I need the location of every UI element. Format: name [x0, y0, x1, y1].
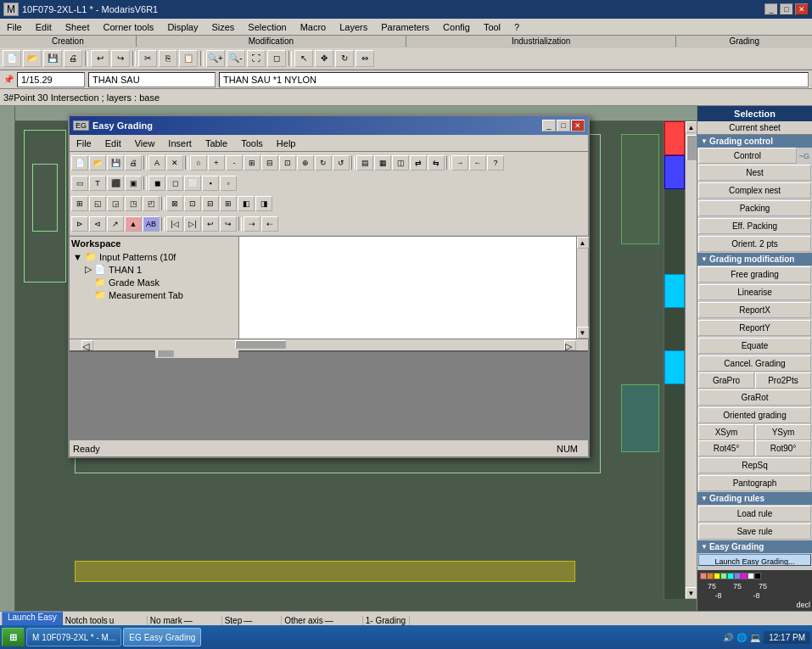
- vscroll-bar[interactable]: ▲ ▼: [685, 121, 697, 599]
- tree-item-grade[interactable]: ▷ 📁 Grade Mask: [85, 276, 237, 288]
- pro2pts-btn[interactable]: Pro2Pts: [755, 372, 811, 389]
- swatch-8[interactable]: [748, 573, 754, 579]
- tool-btn-new[interactable]: 📄: [3, 50, 21, 67]
- tool-btn-zoom-sel[interactable]: ◻: [267, 50, 286, 67]
- grarot-btn[interactable]: GraRot: [698, 389, 811, 406]
- d-btn-r2[interactable]: T: [89, 176, 106, 191]
- d-btn-help[interactable]: ?: [487, 155, 504, 171]
- menu-corner-tools[interactable]: Corner tools: [96, 20, 160, 34]
- dialog-menu-table[interactable]: Table: [199, 137, 234, 150]
- hscroll-thumb[interactable]: [235, 340, 286, 349]
- dialog-scroll-down[interactable]: ▼: [577, 327, 589, 338]
- nest-btn[interactable]: Nest: [698, 165, 811, 181]
- d-btn-open[interactable]: 📂: [89, 155, 106, 171]
- menu-file[interactable]: File: [0, 20, 29, 34]
- d-btn-print[interactable]: 🖨: [125, 155, 142, 171]
- d-btn-t2[interactable]: ✕: [166, 155, 183, 171]
- d-btn-i1[interactable]: ⊳: [71, 216, 88, 232]
- d-btn-j2[interactable]: ▷|: [184, 216, 201, 232]
- menu-parameters[interactable]: Parameters: [374, 20, 436, 34]
- dialog-menu-file[interactable]: File: [70, 137, 98, 150]
- tool-btn-undo[interactable]: ↩: [91, 50, 109, 67]
- d-btn-i3[interactable]: ↗: [107, 216, 124, 232]
- tool-btn-cut[interactable]: ✂: [138, 50, 157, 67]
- d-btn-z5[interactable]: ⊡: [279, 155, 296, 171]
- complex-nest-btn[interactable]: Complex nest: [698, 182, 811, 199]
- grading-control-section[interactable]: Grading control: [697, 135, 812, 148]
- menu-selection[interactable]: Selection: [241, 20, 293, 34]
- d-btn-n2[interactable]: ←: [469, 155, 486, 171]
- tool-btn-copy[interactable]: ⎘: [159, 50, 177, 67]
- tree-root[interactable]: ▼ 📁 Input Patterns (10f: [73, 250, 237, 263]
- swatch-7[interactable]: [741, 573, 748, 579]
- reportx-btn[interactable]: ReportX: [698, 302, 811, 318]
- d-btn-z4[interactable]: ⊟: [261, 155, 278, 171]
- d-btn-t1[interactable]: A: [148, 155, 165, 171]
- easy-grading-section[interactable]: Easy Grading: [697, 540, 812, 553]
- tool-btn-open[interactable]: 📂: [23, 50, 42, 67]
- d-btn-z8[interactable]: ↺: [333, 155, 350, 171]
- d-btn-m1[interactable]: ▤: [356, 155, 373, 171]
- launch-easy-grading-btn[interactable]: Launch Easy Grading...: [698, 554, 811, 566]
- orient-2pts-btn[interactable]: Orient. 2 pts: [698, 236, 811, 252]
- pantograph-btn[interactable]: Pantograph: [698, 475, 811, 491]
- d-btn-j1[interactable]: |◁: [166, 216, 183, 232]
- dialog-minimize-btn[interactable]: _: [542, 120, 556, 131]
- d-btn-circle[interactable]: ○: [190, 155, 207, 171]
- menu-sizes[interactable]: Sizes: [204, 20, 241, 34]
- d-btn-h5[interactable]: ◧: [238, 196, 255, 211]
- d-btn-s4[interactable]: ▪: [202, 176, 219, 191]
- tool-btn-select[interactable]: ↖: [294, 50, 313, 67]
- dialog-menu-help[interactable]: Help: [270, 137, 303, 150]
- hscroll-left-btn[interactable]: ◁: [81, 340, 93, 350]
- d-btn-m5[interactable]: ⇆: [428, 155, 445, 171]
- tree-item-than[interactable]: ▷ 📄 THAN 1: [85, 263, 237, 276]
- d-btn-n1[interactable]: →: [451, 155, 468, 171]
- d-btn-j4[interactable]: ↪: [220, 216, 237, 232]
- d-btn-k1[interactable]: ⇢: [244, 216, 260, 232]
- tool-btn-rotate[interactable]: ↻: [335, 50, 354, 67]
- d-btn-g4[interactable]: ◳: [125, 196, 142, 211]
- d-btn-zoom-in[interactable]: +: [208, 155, 225, 171]
- dialog-menu-insert[interactable]: Insert: [161, 137, 199, 150]
- swatch-4[interactable]: [720, 573, 727, 579]
- d-btn-h6[interactable]: ◨: [255, 196, 272, 211]
- swatch-1[interactable]: [700, 573, 707, 579]
- dialog-hscroll[interactable]: ◁ ▷: [70, 338, 588, 350]
- d-btn-r3[interactable]: ⬛: [107, 176, 124, 191]
- tool-btn-print[interactable]: 🖨: [64, 50, 82, 67]
- oriented-grading-btn[interactable]: Oriented grading: [698, 407, 811, 423]
- d-btn-m3[interactable]: ◫: [392, 155, 409, 171]
- scroll-up-btn[interactable]: ▲: [686, 121, 697, 133]
- canvas-area[interactable]: THAN SAU *1 NYLON ▲: [0, 106, 697, 611]
- dialog-vscroll[interactable]: ▲ ▼: [576, 237, 588, 338]
- minimize-button[interactable]: _: [764, 3, 778, 15]
- grading-rules-section[interactable]: Grading rules: [697, 492, 812, 505]
- d-btn-zoom-out[interactable]: -: [226, 155, 243, 171]
- dialog-menu-edit[interactable]: Edit: [98, 137, 128, 150]
- menu-tool[interactable]: Tool: [477, 20, 507, 34]
- grading-modification-section[interactable]: Grading modification: [697, 253, 812, 266]
- swatch-9[interactable]: [754, 573, 761, 579]
- d-btn-s2[interactable]: ◻: [166, 176, 183, 191]
- tree-item-measure[interactable]: ▷ 📁 Measurement Tab: [85, 288, 237, 301]
- menu-edit[interactable]: Edit: [29, 20, 59, 34]
- eff-packing-btn[interactable]: Eff. Packing: [698, 218, 811, 234]
- menu-display[interactable]: Display: [160, 20, 204, 34]
- tool-btn-zoom-in[interactable]: 🔍+: [206, 50, 225, 67]
- d-btn-i5[interactable]: AB: [143, 216, 160, 232]
- d-btn-s1[interactable]: ◼: [148, 176, 165, 191]
- d-btn-j3[interactable]: ↩: [202, 216, 219, 232]
- load-rule-btn[interactable]: Load rule: [698, 506, 811, 522]
- taskbar-item-modaris[interactable]: M 10F079-2XL * - M...: [26, 628, 121, 646]
- xsym-btn[interactable]: XSym: [698, 424, 754, 440]
- rot90-btn[interactable]: Rot90°: [755, 440, 811, 456]
- scroll-down-btn[interactable]: ▼: [686, 587, 697, 599]
- d-btn-z6[interactable]: ⊕: [297, 155, 314, 171]
- swatch-6[interactable]: [734, 573, 741, 579]
- d-btn-m4[interactable]: ⇄: [410, 155, 427, 171]
- menu-layers[interactable]: Layers: [333, 20, 374, 34]
- swatch-2[interactable]: [707, 573, 714, 579]
- tool-btn-redo[interactable]: ↪: [111, 50, 130, 67]
- tool-btn-move[interactable]: ✥: [315, 50, 333, 67]
